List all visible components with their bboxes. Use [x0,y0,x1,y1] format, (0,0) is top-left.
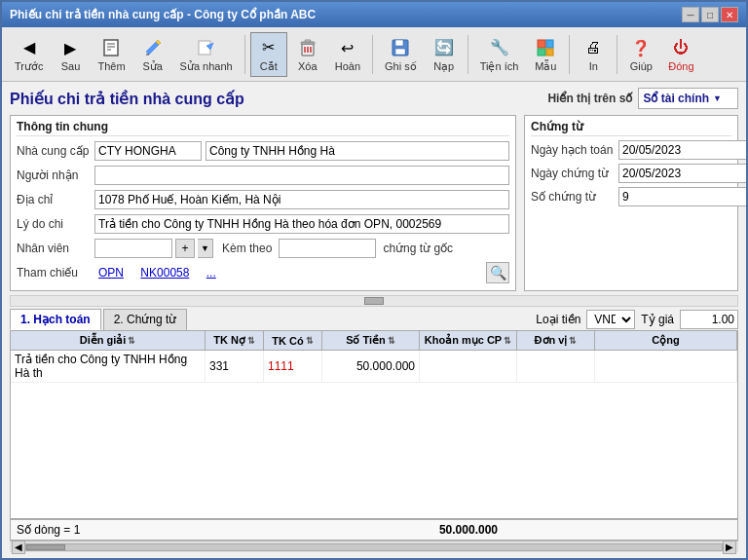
scroll-thumb [26,544,65,550]
window-controls: ─ □ ✕ [682,7,738,22]
tab-chung-tu[interactable]: 2. Chứng từ [103,309,188,330]
sort-icon-tk-no[interactable]: ⇅ [247,336,255,346]
toolbar-in-label: In [589,60,598,72]
toolbar-nap[interactable]: 🔄 Nạp [426,32,463,77]
table-body: Trả tiền cho Công ty TNHH Hồng Hà th 331… [11,351,737,518]
tham-chieu-nk-link[interactable]: NK00058 [140,266,189,280]
toolbar-sua-label: Sửa [142,60,162,73]
sort-icon-so-tien[interactable]: ⇅ [388,336,395,346]
toolbar-giup[interactable]: ❓ Giúp [622,32,659,76]
toolbar-nap-label: Nạp [433,60,454,73]
toolbar-xoa[interactable]: Xóa [289,32,326,76]
ly-do-chi-input[interactable] [94,214,509,234]
refresh-icon: 🔄 [432,36,456,59]
toolbar-sep4 [569,35,570,74]
currency-row: Loại tiền VND Tỷ giá [536,310,738,329]
ngay-chung-tu-input[interactable] [618,164,746,183]
table-row[interactable]: Trả tiền cho Công ty TNHH Hồng Hà th 331… [11,351,737,383]
tham-chieu-label: Tham chiếu [17,266,94,280]
cell-don-vi [517,351,595,382]
sort-icon-tk-co[interactable]: ⇅ [306,336,314,346]
tham-chieu-dots-link[interactable]: ... [206,266,216,280]
toolbar-truoc-label: Trước [15,60,43,73]
toolbar-dong[interactable]: ⏻ Đóng [661,32,700,76]
utility-icon: 🔧 [488,36,511,59]
toolbar-sep5 [617,35,617,74]
sort-icon-dien-giai[interactable]: ⇅ [128,336,135,346]
tham-chieu-opn-link[interactable]: OPN [98,266,124,280]
nhan-vien-row: Nhân viên + ▼ Kèm theo chứng từ gốc [17,238,509,259]
toolbar-sua[interactable]: Sửa [134,32,171,77]
toolbar-tien-ich[interactable]: 🔧 Tiện ích [473,32,526,77]
back-icon: ◀ [18,36,41,59]
sort-icon-don-vi[interactable]: ⇅ [569,336,577,346]
search-button[interactable]: 🔍 [486,262,509,283]
toolbar-in[interactable]: 🖨 In [575,32,612,76]
toolbar-ghi-so[interactable]: Ghi số [378,32,424,77]
bottom-scrollbar[interactable]: ◀ ▶ [10,541,738,552]
scroll-track[interactable] [25,543,723,551]
toolbar-sua-nhanh-label: Sửa nhanh [180,60,233,73]
nha-cung-cap-code-input[interactable] [94,141,202,161]
print-icon: 🖨 [581,36,605,59]
minimize-button[interactable]: ─ [682,7,699,22]
toolbar-xoa-label: Xóa [298,60,318,72]
scroll-right-button[interactable]: ▶ [723,541,736,554]
help-icon: ❓ [629,36,653,59]
loai-tien-select[interactable]: VND [586,310,635,329]
toolbar-hoan[interactable]: ↩ Hoàn [328,32,367,76]
close-button[interactable]: ✕ [721,7,738,22]
svg-rect-11 [305,40,311,42]
col-header-cong: Cộng [595,331,737,350]
tabs-currency-row: 1. Hạch toán 2. Chứng từ Loại tiền VND T… [10,309,738,330]
toolbar-giup-label: Giúp [630,60,653,72]
toolbar-them[interactable]: Thêm [91,32,131,76]
kem-theo-label: Kèm theo [222,242,272,255]
tab-hach-toan[interactable]: 1. Hạch toán [10,309,101,330]
so-chung-tu-input[interactable] [618,187,746,206]
nhan-vien-dropdown-button[interactable]: ▼ [198,239,213,258]
power-icon: ⏻ [669,36,692,59]
quick-edit-icon [195,36,218,59]
ty-gia-input[interactable] [680,310,738,329]
col-header-so-tien: Số Tiền ⇅ [322,331,420,350]
nguoi-nhan-input[interactable] [94,166,509,185]
tabs: 1. Hạch toán 2. Chứng từ [10,309,187,330]
kem-theo-input[interactable] [279,239,376,258]
col-header-dien-giai: Diễn giải ⇅ [11,331,206,350]
toolbar-cat[interactable]: ✂ Cắt [250,32,287,77]
table-header: Diễn giải ⇅ TK Nợ ⇅ TK Có ⇅ Số Tiền ⇅ Kh… [11,331,737,351]
main-window: Phiếu chi trả tiền nhà cung cấp - Công t… [0,0,748,560]
toolbar-sua-nhanh[interactable]: Sửa nhanh [173,32,240,77]
scroll-left-button[interactable]: ◀ [12,541,25,554]
toolbar-mau[interactable]: Mẫu [527,32,564,77]
toolbar-sau[interactable]: ▶ Sau [52,32,89,76]
toolbar-truoc[interactable]: ◀ Trước [8,32,50,77]
so-dong-label: Số dòng = 1 [17,523,80,537]
undo-icon: ↩ [336,36,359,59]
ngay-chung-tu-row: Ngày chứng từ ▼ [531,164,731,183]
ngay-chung-tu-label: Ngày chứng từ [531,167,618,180]
sort-icon-khoan-muc[interactable]: ⇅ [504,336,511,346]
nha-cung-cap-name-input[interactable] [206,141,509,161]
table-footer: Số dòng = 1 50.000.000 [11,518,737,540]
svg-rect-16 [546,40,553,48]
chung-tu-goc-label: chứng từ gốc [383,242,453,255]
dia-chi-input[interactable] [94,190,509,209]
horizontal-scroll-area[interactable] [10,295,738,307]
title-bar: Phiếu chi trả tiền nhà cung cấp - Công t… [2,2,746,27]
edit-icon [141,36,165,59]
template-icon [534,36,557,59]
page-title-row: Phiếu chi trả tiền nhà cung cấp Hiển thị… [10,88,738,109]
nhan-vien-add-button[interactable]: + [175,239,195,258]
tab-chung-tu-label: 2. Chứng từ [114,313,177,326]
hien-thi-select[interactable]: Sổ tài chính ▼ [638,88,738,109]
maximize-button[interactable]: □ [701,7,719,22]
col-header-tk-no: TK Nợ ⇅ [206,331,264,350]
save-icon [389,36,412,59]
scroll-thumb [364,297,384,305]
ngay-hach-toan-input[interactable] [618,140,746,160]
nhan-vien-input[interactable] [94,239,172,258]
toolbar-hoan-label: Hoàn [335,60,360,72]
toolbar-cat-label: Cắt [260,60,278,73]
